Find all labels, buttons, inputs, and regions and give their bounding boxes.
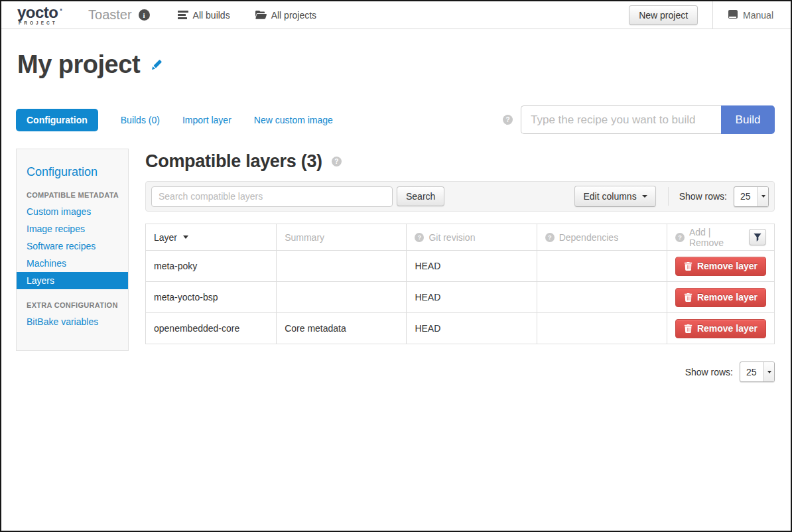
column-header-add-remove: ? Add | Remove [667, 224, 774, 251]
main-heading-row: Compatible layers (3) ? [145, 151, 775, 172]
toolbar-divider [668, 187, 669, 206]
content-area: Configuration COMPATIBLE METADATA Custom… [16, 149, 775, 382]
sidebar-item-software-recipes[interactable]: Software recipes [17, 237, 128, 255]
cell-dependencies [537, 313, 667, 344]
cell-action: Remove layer [667, 251, 774, 282]
sidebar-heading-extra-configuration: EXTRA CONFIGURATION [27, 301, 128, 309]
dependencies-help-icon[interactable]: ? [545, 233, 555, 242]
cell-git-revision: HEAD [407, 282, 537, 313]
yocto-logo-text: yocto· [17, 4, 63, 21]
chevron-down-icon [642, 195, 647, 198]
trash-icon [684, 293, 693, 302]
app-title: Toaster [88, 7, 132, 23]
sidebar-item-image-recipes[interactable]: Image recipes [17, 220, 128, 237]
build-recipe-input[interactable] [521, 105, 721, 134]
select-caret-icon [758, 187, 768, 206]
cell-summary [277, 251, 407, 282]
column-header-git-revision[interactable]: ?Git revision [407, 224, 537, 251]
tab-builds[interactable]: Builds (0) [121, 115, 160, 125]
cell-dependencies [537, 282, 667, 313]
remove-layer-button[interactable]: Remove layer [675, 319, 766, 338]
nav-all-projects[interactable]: All projects [255, 10, 316, 21]
table-toolbar: Search Edit columns Show rows: 25 [145, 181, 775, 212]
cell-git-revision: HEAD [407, 313, 537, 344]
nav-links: All builds All projects [178, 10, 317, 21]
show-rows-select-top[interactable]: 25 [734, 186, 769, 207]
column-header-dependencies[interactable]: ?Dependencies [537, 224, 667, 251]
cell-action: Remove layer [667, 313, 774, 344]
cell-summary: Core metadata [277, 313, 407, 344]
add-remove-help-icon[interactable]: ? [675, 233, 685, 242]
sidebar-heading-compatible-metadata: COMPATIBLE METADATA [27, 191, 128, 199]
table-row: openembedded-core Core metadata HEAD Rem… [146, 313, 775, 344]
sidebar-item-bitbake-variables[interactable]: BitBake variables [17, 313, 128, 330]
tab-configuration[interactable]: Configuration [16, 109, 98, 131]
yocto-logo[interactable]: yocto· PROJECT [17, 4, 63, 26]
builds-list-icon [178, 11, 188, 19]
cell-layer: openembedded-core [146, 313, 277, 344]
table-row: meta-poky HEAD Remove layer [146, 251, 775, 282]
sidebar: Configuration COMPATIBLE METADATA Custom… [16, 149, 129, 351]
sidebar-item-machines[interactable]: Machines [17, 255, 128, 272]
sidebar-item-custom-images[interactable]: Custom images [17, 203, 128, 220]
tab-import-layer[interactable]: Import layer [182, 115, 231, 125]
new-project-button[interactable]: New project [629, 5, 698, 25]
yocto-logo-subtext: PROJECT [19, 21, 63, 26]
build-form: ? Build [503, 105, 775, 134]
sidebar-item-layers[interactable]: Layers [17, 272, 128, 289]
main-panel: Compatible layers (3) ? Search Edit colu… [145, 149, 775, 382]
filter-button[interactable] [749, 229, 766, 245]
page-section-title: Compatible layers (3) [145, 151, 322, 172]
compatible-layers-help-icon[interactable]: ? [332, 157, 342, 166]
cell-git-revision: HEAD [407, 251, 537, 282]
nav-all-builds[interactable]: All builds [178, 10, 230, 21]
column-header-layer[interactable]: Layer [146, 224, 277, 251]
yocto-logo-dot: · [60, 3, 64, 17]
show-rows-select-bottom[interactable]: 25 [740, 362, 775, 382]
tab-new-custom-image[interactable]: New custom image [254, 115, 333, 125]
page-title-row: My project [17, 50, 791, 79]
search-input[interactable] [151, 186, 393, 207]
project-tabs-row: Configuration Builds (0) Import layer Ne… [16, 105, 775, 134]
edit-pencil-icon[interactable] [149, 58, 164, 72]
column-header-summary[interactable]: Summary [277, 224, 407, 251]
trash-icon [684, 324, 693, 333]
select-caret-icon [763, 362, 774, 381]
filter-funnel-icon [754, 233, 761, 241]
table-row: meta-yocto-bsp HEAD Remove layer [146, 282, 775, 313]
cell-layer: meta-yocto-bsp [146, 282, 277, 313]
cell-action: Remove layer [667, 282, 774, 313]
build-help-icon[interactable]: ? [503, 115, 513, 125]
show-rows-label-bottom: Show rows: [685, 367, 733, 377]
sidebar-item-configuration[interactable]: Configuration [27, 165, 128, 179]
search-button[interactable]: Search [397, 186, 444, 206]
book-icon [728, 10, 738, 21]
cell-summary [277, 282, 407, 313]
git-revision-help-icon[interactable]: ? [415, 233, 424, 242]
cell-dependencies [537, 251, 667, 282]
remove-layer-button[interactable]: Remove layer [675, 257, 766, 276]
toaster-app: { "navbar": { "brand": { "name": "yocto"… [0, 0, 792, 532]
top-navbar: yocto· PROJECT Toaster i All builds All … [1, 1, 791, 29]
build-button[interactable]: Build [721, 105, 775, 134]
info-icon[interactable]: i [139, 9, 150, 21]
cell-layer: meta-poky [146, 251, 277, 282]
trash-icon [684, 262, 693, 271]
table-header-row: Layer Summary ?Git revision ?Dependencie… [146, 224, 775, 251]
nav-manual[interactable]: Manual [712, 1, 791, 29]
show-rows-label: Show rows: [679, 191, 727, 202]
bottom-pagination: Show rows: 25 [145, 362, 775, 382]
page-title: My project [17, 50, 140, 79]
sort-caret-icon [183, 235, 188, 239]
compatible-layers-table: Layer Summary ?Git revision ?Dependencie… [145, 224, 775, 344]
edit-columns-button[interactable]: Edit columns [574, 186, 655, 207]
remove-layer-button[interactable]: Remove layer [675, 288, 766, 307]
folder-icon [255, 11, 267, 19]
